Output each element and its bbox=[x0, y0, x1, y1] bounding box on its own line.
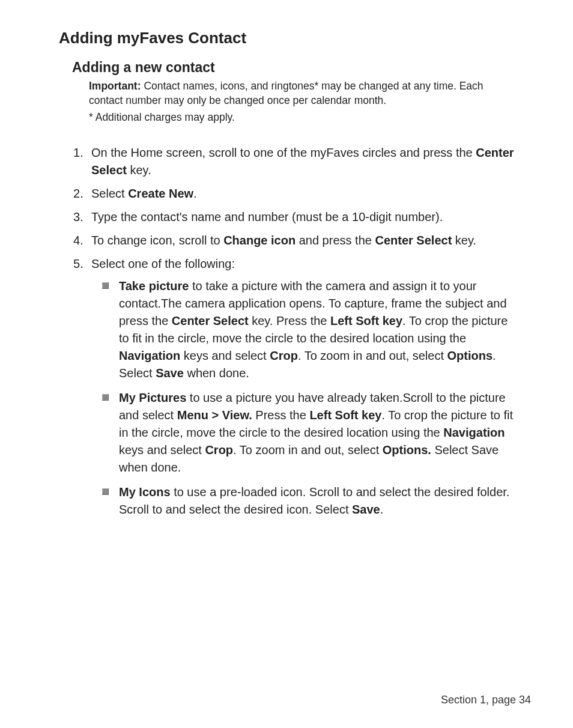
step-item: To change icon, scroll to Change icon an… bbox=[73, 232, 519, 249]
document-page: Adding myFaves Contact Adding a new cont… bbox=[0, 0, 573, 728]
page-title: Adding myFaves Contact bbox=[59, 29, 531, 47]
important-text: Contact names, icons, and ringtones* may… bbox=[89, 80, 484, 106]
footnote-text: * Additional charges may apply. bbox=[89, 111, 519, 124]
steps-list: On the Home screen, scroll to one of the… bbox=[73, 144, 519, 518]
list-item: My Icons to use a pre-loaded icon. Scrol… bbox=[97, 484, 519, 518]
step-item: Type the contact's name and number (must… bbox=[73, 208, 519, 226]
page-footer: Section 1, page 34 bbox=[441, 694, 531, 706]
step-item: On the Home screen, scroll to one of the… bbox=[73, 144, 519, 179]
step-item: Select one of the following: Take pictur… bbox=[73, 255, 519, 518]
sub-options-list: Take picture to take a picture with the … bbox=[97, 278, 519, 518]
list-item: Take picture to take a picture with the … bbox=[97, 278, 519, 382]
section-heading: Adding a new contact bbox=[72, 59, 531, 76]
important-note: Important: Contact names, icons, and rin… bbox=[89, 79, 519, 108]
important-label: Important: bbox=[89, 80, 141, 92]
step-item: Select Create New. bbox=[73, 185, 519, 202]
list-item: My Pictures to use a picture you have al… bbox=[97, 389, 519, 476]
